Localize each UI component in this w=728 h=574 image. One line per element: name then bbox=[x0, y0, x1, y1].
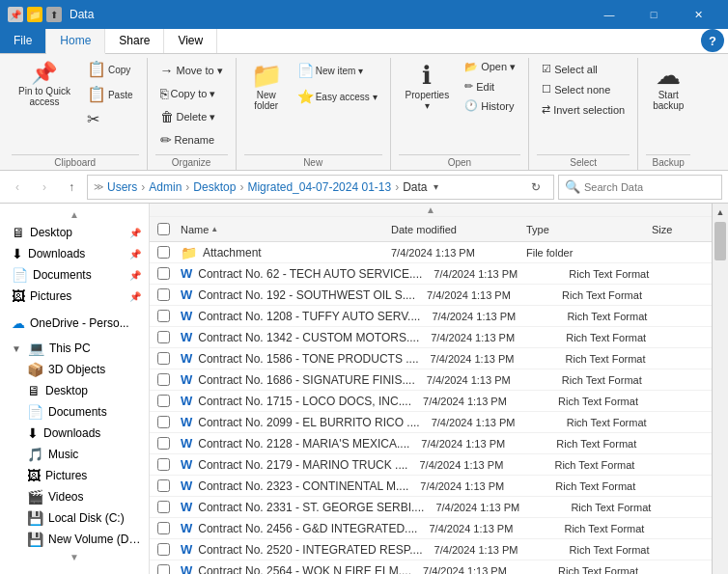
tab-home[interactable]: Home bbox=[46, 29, 105, 54]
breadcrumb-users[interactable]: Users bbox=[105, 180, 139, 194]
sidebar-item-documents2[interactable]: 📄 Documents bbox=[0, 401, 149, 423]
refresh-button[interactable]: ↻ bbox=[524, 176, 547, 199]
row-checkbox[interactable] bbox=[157, 288, 170, 301]
breadcrumb-admin[interactable]: Admin bbox=[147, 180, 183, 194]
rename-button[interactable]: ✏ Rename bbox=[155, 129, 220, 150]
column-size[interactable]: Size bbox=[644, 224, 712, 235]
forward-button[interactable]: › bbox=[33, 176, 56, 199]
row-checkbox[interactable] bbox=[157, 437, 170, 450]
edit-button[interactable]: ✏ Edit bbox=[460, 77, 520, 96]
scroll-up-button[interactable]: ▲ bbox=[713, 204, 728, 220]
paste-button[interactable]: 📋 Paste bbox=[81, 83, 139, 106]
back-button[interactable]: ‹ bbox=[6, 176, 29, 199]
sidebar-item-desktop2[interactable]: 🖥 Desktop bbox=[0, 380, 149, 401]
minimize-button[interactable]: — bbox=[587, 0, 631, 29]
select-all-checkbox[interactable] bbox=[157, 223, 170, 235]
table-row[interactable]: W Contract No. 1586 - TONE PRODUCTS ....… bbox=[150, 348, 712, 369]
thispc-icon: 💻 bbox=[28, 341, 44, 356]
sidebar-item-pictures[interactable]: 🖼 Pictures 📌 bbox=[0, 286, 149, 307]
sidebar-item-documents[interactable]: 📄 Documents 📌 bbox=[0, 264, 149, 286]
up-button[interactable]: ↑ bbox=[60, 176, 83, 199]
table-row[interactable]: W Contract No. 1342 - CUSTOM MOTORS.... … bbox=[150, 327, 712, 348]
help-button[interactable]: ? bbox=[701, 29, 724, 52]
select-none-button[interactable]: ☐ Select none bbox=[537, 80, 615, 98]
row-checkbox[interactable] bbox=[157, 331, 170, 343]
row-checkbox[interactable] bbox=[157, 522, 170, 534]
sidebar-item-pictures2[interactable]: 🖼 Pictures bbox=[0, 465, 149, 486]
table-row[interactable]: W Contract No. 2564 - WOK N FIRE ELM....… bbox=[150, 560, 712, 574]
column-date[interactable]: Date modified bbox=[383, 224, 518, 235]
new-folder-button[interactable]: 📁 Newfolder bbox=[244, 58, 289, 116]
open-button[interactable]: 📂 Open ▾ bbox=[460, 58, 520, 76]
tab-view[interactable]: View bbox=[164, 29, 217, 53]
table-row[interactable]: W Contract No. 62 - TECH AUTO SERVICE...… bbox=[150, 263, 712, 285]
sidebar-item-downloads[interactable]: ⬇ Downloads 📌 bbox=[0, 243, 149, 264]
properties-button[interactable]: ℹ Properties▾ bbox=[399, 58, 457, 116]
scroll-thumb[interactable] bbox=[714, 222, 726, 260]
row-checkbox[interactable] bbox=[157, 479, 170, 492]
main-area: ▲ 🖥 Desktop 📌 ⬇ Downloads 📌 📄 Documents … bbox=[0, 204, 728, 574]
tab-file[interactable]: File bbox=[0, 29, 46, 53]
sidebar-scroll-down[interactable]: ▼ bbox=[0, 550, 149, 564]
maximize-button[interactable]: □ bbox=[631, 0, 676, 29]
row-checkbox[interactable] bbox=[157, 501, 170, 513]
breadcrumb-data[interactable]: Data bbox=[401, 180, 429, 194]
move-to-button[interactable]: → Move to ▾ bbox=[155, 60, 228, 81]
easy-access-button[interactable]: ⭐ Easy access ▾ bbox=[293, 84, 382, 109]
row-checkbox[interactable] bbox=[157, 246, 170, 259]
copy-button[interactable]: 📋 Copy bbox=[81, 58, 139, 81]
table-row[interactable]: W Contract No. 2128 - MARIA'S MEXICA....… bbox=[150, 433, 712, 454]
sidebar-item-thispc[interactable]: ▼ 💻 This PC bbox=[0, 338, 149, 359]
sidebar-item-onedrive[interactable]: ☁ OneDrive - Perso... bbox=[0, 313, 149, 334]
table-row[interactable]: W Contract No. 2456 - G&D INTEGRATED....… bbox=[150, 518, 712, 539]
row-checkbox[interactable] bbox=[157, 373, 170, 386]
rtf-icon: W bbox=[181, 436, 192, 451]
sidebar-scroll-up[interactable]: ▲ bbox=[0, 207, 149, 222]
filelist-scroll-up[interactable]: ▲ bbox=[150, 204, 712, 217]
history-button[interactable]: 🕐 History bbox=[460, 96, 520, 115]
table-row[interactable]: 📁 Attachment 7/4/2024 1:13 PM File folde… bbox=[150, 242, 712, 263]
sidebar-item-desktop[interactable]: 🖥 Desktop 📌 bbox=[0, 222, 149, 243]
breadcrumb-desktop[interactable]: Desktop bbox=[191, 180, 238, 194]
sidebar-item-downloads2[interactable]: ⬇ Downloads bbox=[0, 423, 149, 444]
invert-selection-button[interactable]: ⇄ Invert selection bbox=[537, 100, 630, 119]
row-checkbox[interactable] bbox=[157, 564, 170, 574]
table-row[interactable]: W Contract No. 1686 - SIGNATURE FINIS...… bbox=[150, 369, 712, 391]
table-row[interactable]: W Contract No. 2179 - MARINO TRUCK .... … bbox=[150, 454, 712, 476]
row-checkbox[interactable] bbox=[157, 267, 170, 280]
table-row[interactable]: W Contract No. 1715 - LOCO DOCS, INC....… bbox=[150, 391, 712, 412]
search-input[interactable] bbox=[584, 181, 717, 193]
table-row[interactable]: W Contract No. 2520 - INTEGRATED RESP...… bbox=[150, 539, 712, 560]
row-checkbox[interactable] bbox=[157, 395, 170, 407]
table-row[interactable]: W Contract No. 192 - SOUTHWEST OIL S....… bbox=[150, 285, 712, 306]
table-row[interactable]: W Contract No. 1208 - TUFFY AUTO SERV...… bbox=[150, 306, 712, 327]
tab-share[interactable]: Share bbox=[105, 29, 164, 53]
breadcrumb-dropdown[interactable]: ▾ bbox=[434, 181, 438, 192]
table-row[interactable]: W Contract No. 2331 - ST. GEORGE SERBI..… bbox=[150, 497, 712, 518]
sidebar-item-localdisk[interactable]: 💾 Local Disk (C:) bbox=[0, 507, 149, 529]
select-all-button[interactable]: ☑ Select all bbox=[537, 60, 602, 78]
row-checkbox[interactable] bbox=[157, 352, 170, 365]
copy-to-button[interactable]: ⎘ Copy to ▾ bbox=[155, 83, 221, 104]
ribbon: File Home Share View ? 📌 Pin to Quickacc… bbox=[0, 29, 728, 171]
column-type[interactable]: Type bbox=[518, 224, 644, 235]
table-row[interactable]: W Contract No. 2099 - EL BURRITO RICO ..… bbox=[150, 412, 712, 433]
vertical-scrollbar[interactable]: ▲ ▼ bbox=[712, 204, 728, 574]
cut-button[interactable]: ✂ bbox=[81, 108, 139, 131]
delete-button[interactable]: 🗑 Delete ▾ bbox=[155, 106, 221, 127]
sidebar-item-music[interactable]: 🎵 Music bbox=[0, 444, 149, 465]
row-checkbox[interactable] bbox=[157, 543, 170, 556]
new-item-button[interactable]: 📄 New item ▾ bbox=[293, 58, 382, 83]
pin-to-quick-access-button[interactable]: 📌 Pin to Quickaccess bbox=[12, 58, 77, 112]
start-backup-button[interactable]: ☁ Startbackup bbox=[646, 58, 690, 116]
breadcrumb-migrated[interactable]: Migrated_04-07-2024 01-13 bbox=[245, 180, 393, 194]
row-checkbox[interactable] bbox=[157, 416, 170, 428]
sidebar-item-videos[interactable]: 🎬 Videos bbox=[0, 486, 149, 507]
row-checkbox[interactable] bbox=[157, 310, 170, 322]
sidebar-item-3dobjects[interactable]: 📦 3D Objects bbox=[0, 359, 149, 380]
close-button[interactable]: ✕ bbox=[676, 0, 720, 29]
sidebar-item-newvolume[interactable]: 💾 New Volume (D:... bbox=[0, 529, 149, 550]
row-checkbox[interactable] bbox=[157, 458, 170, 471]
column-name[interactable]: Name ▲ bbox=[177, 224, 383, 235]
table-row[interactable]: W Contract No. 2323 - CONTINENTAL M.... … bbox=[150, 476, 712, 497]
